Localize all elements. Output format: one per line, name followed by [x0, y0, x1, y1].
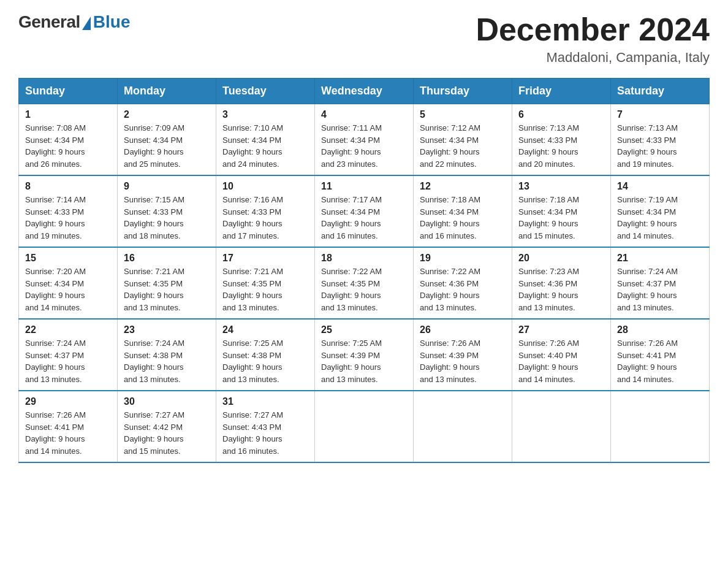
calendar-day-cell: 11Sunrise: 7:17 AMSunset: 4:34 PMDayligh…	[315, 175, 414, 247]
day-number: 26	[420, 324, 506, 335]
day-number: 25	[321, 324, 407, 335]
day-number: 1	[25, 109, 111, 120]
day-info: Sunrise: 7:27 AMSunset: 4:42 PMDaylight:…	[124, 409, 210, 457]
calendar-week-row: 1Sunrise: 7:08 AMSunset: 4:34 PMDaylight…	[19, 104, 710, 176]
day-number: 31	[222, 396, 308, 407]
day-of-week-header: Friday	[512, 79, 611, 104]
day-number: 10	[222, 181, 308, 192]
location-text: Maddaloni, Campania, Italy	[476, 50, 710, 66]
calendar-day-cell: 26Sunrise: 7:26 AMSunset: 4:39 PMDayligh…	[414, 319, 512, 391]
calendar-day-cell: 23Sunrise: 7:24 AMSunset: 4:38 PMDayligh…	[118, 319, 216, 391]
calendar-header: SundayMondayTuesdayWednesdayThursdayFrid…	[19, 79, 710, 104]
calendar-day-cell: 24Sunrise: 7:25 AMSunset: 4:38 PMDayligh…	[216, 319, 315, 391]
calendar-day-cell	[315, 391, 414, 462]
day-info: Sunrise: 7:13 AMSunset: 4:33 PMDaylight:…	[617, 122, 703, 170]
day-info: Sunrise: 7:23 AMSunset: 4:36 PMDaylight:…	[518, 266, 604, 313]
day-number: 23	[124, 324, 210, 335]
calendar-body: 1Sunrise: 7:08 AMSunset: 4:34 PMDaylight…	[19, 104, 710, 463]
day-info: Sunrise: 7:16 AMSunset: 4:33 PMDaylight:…	[222, 194, 308, 242]
calendar-day-cell: 16Sunrise: 7:21 AMSunset: 4:35 PMDayligh…	[118, 247, 216, 319]
day-of-week-header: Thursday	[414, 79, 512, 104]
calendar-day-cell	[611, 391, 710, 462]
day-info: Sunrise: 7:11 AMSunset: 4:34 PMDaylight:…	[321, 122, 407, 170]
calendar-day-cell: 30Sunrise: 7:27 AMSunset: 4:42 PMDayligh…	[118, 391, 216, 462]
calendar-day-cell	[512, 391, 611, 462]
day-info: Sunrise: 7:21 AMSunset: 4:35 PMDaylight:…	[124, 266, 210, 313]
day-number: 12	[420, 181, 506, 192]
title-section: December 2024 Maddaloni, Campania, Italy	[476, 12, 710, 66]
calendar-day-cell: 17Sunrise: 7:21 AMSunset: 4:35 PMDayligh…	[216, 247, 315, 319]
calendar-day-cell: 8Sunrise: 7:14 AMSunset: 4:33 PMDaylight…	[19, 175, 118, 247]
day-number: 11	[321, 181, 407, 192]
day-number: 6	[518, 109, 604, 120]
calendar-day-cell: 28Sunrise: 7:26 AMSunset: 4:41 PMDayligh…	[611, 319, 710, 391]
day-number: 19	[420, 253, 506, 264]
day-info: Sunrise: 7:08 AMSunset: 4:34 PMDaylight:…	[25, 122, 111, 170]
day-info: Sunrise: 7:22 AMSunset: 4:36 PMDaylight:…	[420, 266, 506, 313]
day-number: 4	[321, 109, 407, 120]
calendar-day-cell: 10Sunrise: 7:16 AMSunset: 4:33 PMDayligh…	[216, 175, 315, 247]
calendar-week-row: 8Sunrise: 7:14 AMSunset: 4:33 PMDaylight…	[19, 175, 710, 247]
calendar-week-row: 22Sunrise: 7:24 AMSunset: 4:37 PMDayligh…	[19, 319, 710, 391]
day-info: Sunrise: 7:09 AMSunset: 4:34 PMDaylight:…	[124, 122, 210, 170]
calendar-day-cell: 9Sunrise: 7:15 AMSunset: 4:33 PMDaylight…	[118, 175, 216, 247]
day-of-week-header: Sunday	[19, 79, 118, 104]
day-of-week-header: Wednesday	[315, 79, 414, 104]
calendar-day-cell: 18Sunrise: 7:22 AMSunset: 4:35 PMDayligh…	[315, 247, 414, 319]
calendar-day-cell	[414, 391, 512, 462]
calendar-day-cell: 31Sunrise: 7:27 AMSunset: 4:43 PMDayligh…	[216, 391, 315, 462]
calendar-day-cell: 14Sunrise: 7:19 AMSunset: 4:34 PMDayligh…	[611, 175, 710, 247]
day-number: 28	[617, 324, 703, 335]
day-info: Sunrise: 7:25 AMSunset: 4:38 PMDaylight:…	[222, 337, 308, 385]
day-number: 21	[617, 253, 703, 264]
day-of-week-header: Monday	[118, 79, 216, 104]
day-number: 30	[124, 396, 210, 407]
calendar-day-cell: 3Sunrise: 7:10 AMSunset: 4:34 PMDaylight…	[216, 104, 315, 176]
day-info: Sunrise: 7:22 AMSunset: 4:35 PMDaylight:…	[321, 266, 407, 313]
day-info: Sunrise: 7:24 AMSunset: 4:37 PMDaylight:…	[617, 266, 703, 313]
day-info: Sunrise: 7:14 AMSunset: 4:33 PMDaylight:…	[25, 194, 111, 242]
calendar-day-cell: 15Sunrise: 7:20 AMSunset: 4:34 PMDayligh…	[19, 247, 118, 319]
day-number: 29	[25, 396, 111, 407]
calendar-day-cell: 5Sunrise: 7:12 AMSunset: 4:34 PMDaylight…	[414, 104, 512, 176]
day-info: Sunrise: 7:18 AMSunset: 4:34 PMDaylight:…	[420, 194, 506, 242]
day-number: 5	[420, 109, 506, 120]
day-info: Sunrise: 7:24 AMSunset: 4:38 PMDaylight:…	[124, 337, 210, 385]
calendar-day-cell: 6Sunrise: 7:13 AMSunset: 4:33 PMDaylight…	[512, 104, 611, 176]
logo-general-text: General	[18, 12, 80, 32]
day-number: 13	[518, 181, 604, 192]
calendar-week-row: 29Sunrise: 7:26 AMSunset: 4:41 PMDayligh…	[19, 391, 710, 462]
day-number: 20	[518, 253, 604, 264]
calendar-day-cell: 12Sunrise: 7:18 AMSunset: 4:34 PMDayligh…	[414, 175, 512, 247]
calendar-day-cell: 19Sunrise: 7:22 AMSunset: 4:36 PMDayligh…	[414, 247, 512, 319]
logo: General Blue	[18, 12, 130, 32]
calendar-week-row: 15Sunrise: 7:20 AMSunset: 4:34 PMDayligh…	[19, 247, 710, 319]
day-info: Sunrise: 7:13 AMSunset: 4:33 PMDaylight:…	[518, 122, 604, 170]
logo-triangle-icon	[82, 17, 91, 30]
calendar-day-cell: 22Sunrise: 7:24 AMSunset: 4:37 PMDayligh…	[19, 319, 118, 391]
day-info: Sunrise: 7:21 AMSunset: 4:35 PMDaylight:…	[222, 266, 308, 313]
day-number: 2	[124, 109, 210, 120]
day-number: 24	[222, 324, 308, 335]
calendar-day-cell: 1Sunrise: 7:08 AMSunset: 4:34 PMDaylight…	[19, 104, 118, 176]
day-info: Sunrise: 7:12 AMSunset: 4:34 PMDaylight:…	[420, 122, 506, 170]
day-of-week-header: Tuesday	[216, 79, 315, 104]
calendar-day-cell: 7Sunrise: 7:13 AMSunset: 4:33 PMDaylight…	[611, 104, 710, 176]
calendar-day-cell: 27Sunrise: 7:26 AMSunset: 4:40 PMDayligh…	[512, 319, 611, 391]
calendar-day-cell: 13Sunrise: 7:18 AMSunset: 4:34 PMDayligh…	[512, 175, 611, 247]
day-number: 14	[617, 181, 703, 192]
day-info: Sunrise: 7:26 AMSunset: 4:41 PMDaylight:…	[25, 409, 111, 457]
day-number: 17	[222, 253, 308, 264]
calendar-day-cell: 21Sunrise: 7:24 AMSunset: 4:37 PMDayligh…	[611, 247, 710, 319]
day-info: Sunrise: 7:10 AMSunset: 4:34 PMDaylight:…	[222, 122, 308, 170]
day-number: 8	[25, 181, 111, 192]
day-info: Sunrise: 7:26 AMSunset: 4:41 PMDaylight:…	[617, 337, 703, 385]
day-info: Sunrise: 7:24 AMSunset: 4:37 PMDaylight:…	[25, 337, 111, 385]
day-info: Sunrise: 7:26 AMSunset: 4:40 PMDaylight:…	[518, 337, 604, 385]
calendar-day-cell: 25Sunrise: 7:25 AMSunset: 4:39 PMDayligh…	[315, 319, 414, 391]
day-info: Sunrise: 7:15 AMSunset: 4:33 PMDaylight:…	[124, 194, 210, 242]
day-number: 3	[222, 109, 308, 120]
month-title: December 2024	[476, 12, 710, 47]
day-number: 15	[25, 253, 111, 264]
calendar-day-cell: 2Sunrise: 7:09 AMSunset: 4:34 PMDaylight…	[118, 104, 216, 176]
